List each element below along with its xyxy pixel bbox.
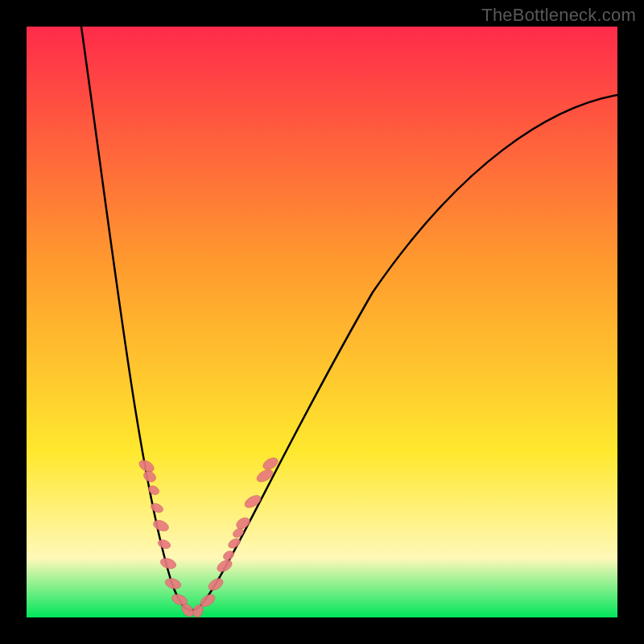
plot-area xyxy=(27,27,617,617)
watermark-text: TheBottleneck.com xyxy=(481,5,636,26)
plot-background xyxy=(27,27,617,617)
chart-frame: TheBottleneck.com xyxy=(0,0,644,644)
plot-svg xyxy=(27,27,617,617)
